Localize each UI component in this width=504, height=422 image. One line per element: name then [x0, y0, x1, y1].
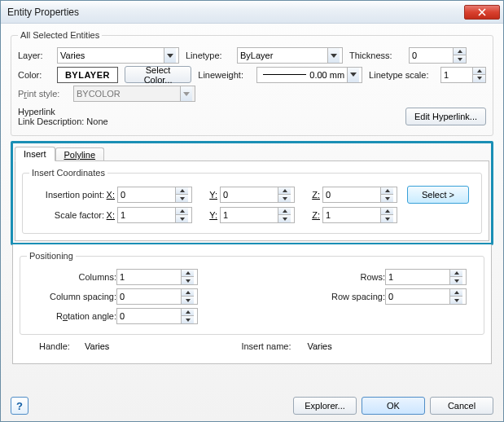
linetype-label: Linetype:	[186, 51, 230, 60]
chevron-down-icon	[164, 48, 176, 63]
hyperlink-desc: Link Description: None	[18, 116, 401, 126]
axis-z-label: Z:	[309, 190, 322, 200]
spin-up-icon[interactable]	[381, 208, 393, 215]
spin-down-icon[interactable]	[473, 75, 485, 82]
print-style-label: Print style:	[18, 89, 67, 99]
select-color-button[interactable]: Select Color...	[125, 66, 191, 83]
lineweight-combo[interactable]: 0.00 mm	[256, 67, 362, 83]
spin-up-icon[interactable]	[182, 309, 194, 316]
lineweight-line-icon	[263, 74, 306, 75]
spin-up-icon[interactable]	[450, 289, 462, 297]
layer-combo[interactable]: Varies	[57, 47, 179, 64]
thickness-label: Thickness:	[349, 51, 402, 60]
layer-label: Layer:	[18, 51, 50, 60]
spin-down-icon[interactable]	[278, 195, 291, 202]
insertion-x-input[interactable]	[117, 187, 176, 203]
edit-hyperlink-button[interactable]: Edit Hyperlink...	[405, 108, 486, 125]
spin-down-icon[interactable]	[176, 215, 188, 222]
axis-y-label: Y:	[207, 190, 220, 200]
linetype-value: ByLayer	[240, 51, 273, 60]
axis-x-label: X:	[104, 210, 117, 220]
spin-up-icon[interactable]	[278, 208, 291, 215]
color-swatch: BYLAYER	[57, 67, 118, 83]
spin-down-icon[interactable]	[381, 195, 393, 202]
thickness-spinner[interactable]	[409, 47, 467, 64]
linetype-scale-input[interactable]	[440, 67, 473, 83]
chevron-down-icon	[180, 86, 192, 101]
scale-z-input[interactable]	[322, 207, 381, 223]
row-spacing-input[interactable]	[385, 288, 450, 305]
rotation-input[interactable]	[116, 308, 182, 324]
spin-down-icon[interactable]	[182, 297, 194, 304]
layer-value: Varies	[60, 51, 85, 60]
handle-label: Handle:	[39, 341, 80, 351]
insertion-point-label: Insertion point:	[29, 190, 104, 200]
ok-button[interactable]: OK	[362, 397, 425, 415]
insertion-y-input[interactable]	[220, 187, 278, 203]
linetype-combo[interactable]: ByLayer	[237, 47, 343, 64]
color-label: Color:	[18, 70, 50, 80]
spin-down-icon[interactable]	[381, 215, 393, 222]
print-style-value: BYCOLOR	[77, 89, 121, 99]
axis-x-label: X:	[104, 190, 117, 200]
spin-up-icon[interactable]	[182, 270, 194, 277]
scale-y-input[interactable]	[220, 207, 278, 223]
spin-up-icon[interactable]	[454, 48, 466, 55]
all-selected-entities-group: All Selected Entities Layer: Varies Line…	[11, 30, 493, 136]
positioning-legend: Positioning	[27, 251, 76, 261]
highlighted-region: Insert Polyline Insert Coordinates Inser…	[11, 141, 493, 245]
linetype-scale-label: Linetype scale:	[369, 70, 434, 80]
spin-down-icon[interactable]	[450, 277, 462, 284]
col-spacing-input[interactable]	[116, 288, 182, 305]
insert-name-label: Insert name:	[241, 341, 302, 351]
positioning-group: Positioning Columns: Rows: Column spacin…	[20, 251, 484, 335]
close-button[interactable]	[464, 5, 500, 20]
thickness-input[interactable]	[409, 47, 454, 64]
lineweight-value: 0.00 mm	[309, 70, 347, 80]
spin-down-icon[interactable]	[278, 215, 291, 222]
columns-label: Columns:	[27, 272, 116, 282]
spin-down-icon[interactable]	[450, 297, 462, 304]
explorer-button[interactable]: Explorer...	[293, 397, 357, 415]
all-selected-legend: All Selected Entities	[18, 30, 102, 40]
tab-polyline[interactable]: Polyline	[55, 147, 105, 161]
spin-up-icon[interactable]	[176, 187, 188, 195]
cancel-button[interactable]: Cancel	[430, 397, 493, 415]
spin-up-icon[interactable]	[450, 270, 462, 277]
select-button[interactable]: Select >	[407, 186, 469, 204]
axis-z-label: Z:	[309, 210, 322, 220]
help-button[interactable]: ?	[11, 397, 28, 415]
insert-name-value: Varies	[307, 341, 331, 351]
rotation-label: Rotation angle:	[27, 311, 116, 321]
tab-row: Insert Polyline	[13, 143, 491, 161]
spin-up-icon[interactable]	[278, 187, 291, 195]
rows-input[interactable]	[385, 269, 450, 285]
dialog-body: All Selected Entities Layer: Varies Line…	[1, 24, 503, 371]
columns-input[interactable]	[116, 269, 182, 285]
scale-x-input[interactable]	[117, 207, 176, 223]
titlebar: Entity Properties	[1, 1, 503, 24]
rows-label: Rows:	[296, 272, 385, 282]
row-spacing-label: Row spacing:	[296, 292, 385, 301]
col-spacing-label: Column spacing:	[27, 292, 116, 301]
spin-up-icon[interactable]	[176, 208, 188, 215]
spin-up-icon[interactable]	[473, 68, 485, 75]
spin-down-icon[interactable]	[182, 316, 194, 323]
scale-factor-label: Scale factor:	[29, 210, 104, 220]
spin-down-icon[interactable]	[182, 277, 194, 284]
chevron-down-icon	[347, 68, 359, 82]
hyperlink-label: Hyperlink	[18, 107, 401, 116]
handle-value: Varies	[85, 341, 109, 351]
linetype-scale-spinner[interactable]	[440, 67, 486, 83]
dialog-footer: ? Explorer... OK Cancel	[11, 397, 493, 415]
spin-up-icon[interactable]	[381, 187, 393, 195]
chevron-down-icon	[327, 48, 340, 63]
spin-down-icon[interactable]	[454, 55, 466, 63]
insert-coordinates-group: Insert Coordinates Insertion point: X: Y…	[22, 168, 482, 234]
tab-insert[interactable]: Insert	[15, 147, 55, 161]
close-icon	[478, 8, 486, 16]
lineweight-label: Lineweight:	[198, 70, 250, 80]
insertion-z-input[interactable]	[322, 187, 381, 203]
spin-down-icon[interactable]	[176, 195, 188, 202]
spin-up-icon[interactable]	[182, 289, 194, 297]
